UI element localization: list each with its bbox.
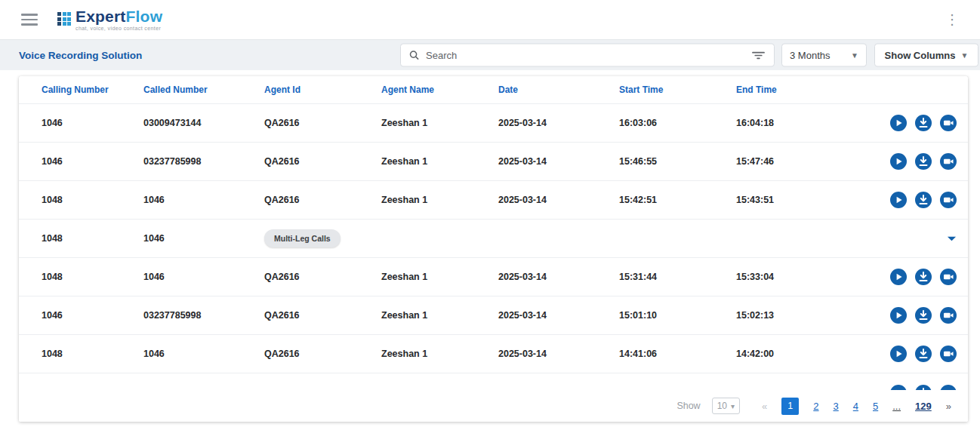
search-icon: [408, 50, 420, 61]
table-row: 1046 03009473144 QA2616 Zeeshan 1 2025-0…: [19, 104, 968, 143]
show-columns-label: Show Columns: [885, 50, 956, 61]
cell-agent-name: Zeeshan 1: [381, 349, 498, 359]
top-bar: ExpertFlow chat, voice, video contact ce…: [0, 0, 980, 40]
show-columns-button[interactable]: Show Columns ▼: [874, 44, 978, 67]
download-button[interactable]: [914, 114, 932, 132]
cell-calling-number: 1048: [42, 233, 143, 244]
cell-start-time: 15:46:55: [619, 156, 736, 167]
play-button[interactable]: [889, 268, 908, 286]
cell-agent-name: Zeeshan 1: [381, 310, 498, 321]
col-start-time: Start Time: [619, 84, 736, 95]
download-button[interactable]: [914, 345, 932, 363]
page-button[interactable]: 5: [873, 401, 878, 412]
download-button[interactable]: [914, 152, 932, 170]
prev-page-button[interactable]: «: [762, 401, 767, 412]
video-button[interactable]: [939, 152, 957, 170]
row-actions: [857, 345, 957, 363]
search-input[interactable]: [426, 50, 750, 61]
page-size-select[interactable]: 10 ▾: [712, 398, 740, 414]
col-called-number: Called Number: [143, 84, 264, 95]
cell-calling-number: 1046: [42, 118, 143, 128]
cell-agent-name: Zeeshan 1: [381, 195, 498, 205]
cell-calling-number: 1046: [42, 310, 143, 321]
download-button[interactable]: [914, 306, 932, 324]
cell-date: 2025-03-14: [498, 156, 619, 167]
last-page-button[interactable]: 129: [915, 401, 932, 412]
hamburger-menu-icon[interactable]: [21, 14, 38, 26]
cell-date: 2025-03-14: [498, 118, 619, 128]
cell-end-time: 15:33:04: [736, 272, 857, 282]
cell-end-time: 15:02:13: [736, 310, 857, 321]
row-actions: [857, 306, 957, 324]
row-actions: [857, 114, 957, 132]
page-title: Voice Recording Solution: [19, 50, 142, 61]
chevron-down-icon: ▼: [960, 51, 968, 60]
cell-start-time: 15:31:44: [619, 272, 736, 282]
video-button[interactable]: [939, 345, 957, 363]
col-agent-name: Agent Name: [381, 84, 498, 95]
cell-agent-id: QA2616: [264, 118, 381, 128]
logo-text: ExpertFlow: [76, 8, 162, 25]
play-button[interactable]: [889, 306, 908, 324]
page-button-active[interactable]: 1: [781, 398, 799, 415]
page-button[interactable]: 2: [813, 401, 818, 412]
video-button[interactable]: [939, 114, 957, 132]
table-row: 1046 03237785998 QA2616 Zeeshan 1 2025-0…: [19, 143, 968, 181]
cell-called-number: 03009473144: [143, 118, 264, 128]
col-date: Date: [498, 84, 619, 95]
col-calling-number: Calling Number: [42, 84, 143, 95]
cell-start-time: 16:03:06: [619, 118, 736, 128]
cell-called-number: 03237785998: [143, 156, 264, 167]
multi-leg-badge: Multi-Leg Calls: [264, 229, 341, 247]
cell-called-number: 1046: [143, 195, 264, 205]
page-button[interactable]: 3: [834, 401, 839, 412]
page-size-value: 10: [717, 401, 727, 411]
video-button[interactable]: [939, 384, 957, 390]
col-end-time: End Time: [736, 84, 857, 95]
expand-chevron-down-icon[interactable]: [946, 233, 957, 244]
cell-calling-number: 1048: [42, 195, 143, 205]
expertflow-logo: ExpertFlow chat, voice, video contact ce…: [57, 8, 162, 31]
search-box: [400, 44, 775, 67]
period-value: 3 Months: [790, 50, 830, 61]
pagination-bar: Show 10 ▾ « 1 2 3 4 5 ... 129 »: [19, 390, 968, 422]
filter-icon[interactable]: [750, 48, 766, 62]
table-row: 1048 1046 QA2616 Zeeshan 1 2025-03-14 15…: [19, 181, 968, 220]
table-row: 1046 03237785998 QA2616 Zeeshan 1 2025-0…: [19, 296, 968, 335]
cell-agent-id: QA2616: [264, 156, 381, 167]
play-button[interactable]: [889, 345, 908, 363]
logo-grid-icon: [57, 12, 71, 26]
cell-end-time: 16:04:18: [736, 118, 857, 128]
table-row: 1048 1046 QA2616 Zeeshan 1 2025-03-14 14…: [19, 335, 968, 373]
logo-tagline: chat, voice, video contact center: [76, 26, 162, 31]
video-button[interactable]: [939, 191, 957, 209]
row-actions: [857, 373, 957, 390]
page-button[interactable]: 4: [853, 401, 858, 412]
play-button[interactable]: [889, 384, 908, 390]
cell-agent-name: Zeeshan 1: [381, 272, 498, 282]
download-button[interactable]: [914, 384, 932, 390]
download-button[interactable]: [914, 191, 932, 209]
cell-agent-id: QA2616: [264, 310, 381, 321]
cell-called-number: 1046: [143, 349, 264, 359]
period-dropdown[interactable]: 3 Months ▼: [781, 44, 867, 67]
cell-agent-id: QA2616: [264, 272, 381, 282]
play-button[interactable]: [889, 191, 908, 209]
cell-date: 2025-03-14: [498, 195, 619, 205]
pager: « 1 2 3 4 5 ... 129 »: [762, 398, 951, 415]
table-row-multileg: 1048 1046 Multi-Leg Calls: [19, 220, 968, 258]
download-button[interactable]: [914, 268, 932, 286]
row-actions: [857, 233, 957, 244]
table-row: 1048 1046 QA2616 Zeeshan 1 2025-03-14 15…: [19, 258, 968, 296]
video-button[interactable]: [939, 306, 957, 324]
cell-calling-number: 1046: [42, 156, 143, 167]
play-button[interactable]: [889, 114, 908, 132]
show-label: Show: [676, 401, 700, 411]
play-button[interactable]: [889, 152, 908, 170]
kebab-menu-icon[interactable]: ⋮: [941, 11, 963, 28]
cell-end-time: 15:43:51: [736, 195, 857, 205]
cell-called-number: 1046: [143, 233, 264, 244]
cell-agent-name: Zeeshan 1: [381, 118, 498, 128]
next-page-button[interactable]: »: [946, 401, 951, 412]
video-button[interactable]: [939, 268, 957, 286]
